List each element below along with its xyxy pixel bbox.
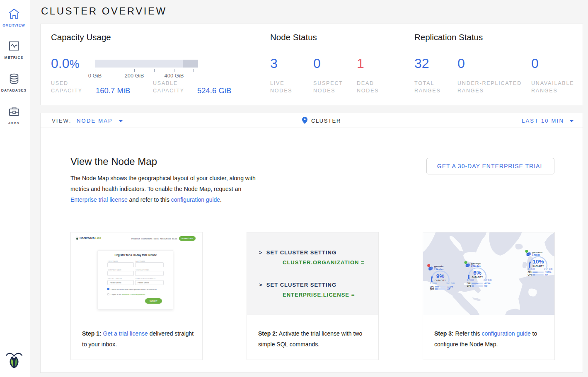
svg-text:3.7 GiB: 3.7 GiB [467,279,474,282]
svg-text:10%: 10% [532,259,544,265]
svg-text:0.4: 0.4 [545,273,548,276]
svg-text:0.0: 0.0 [484,285,487,287]
svg-text:QPS: QPS [528,273,532,276]
svg-text:geo=nyc: geo=nyc [471,262,481,265]
svg-text:45.7 GiB: 45.7 GiB [483,279,491,282]
svg-text:2 Nodes: 2 Nodes [471,265,481,267]
svg-text:CAPACITY: CAPACITY [532,265,544,267]
svg-text:6%: 6% [473,270,482,276]
svg-text:34.4 GiB: 34.4 GiB [544,268,552,271]
svg-text:9%: 9% [436,273,445,279]
svg-text:3.2 GiB: 3.2 GiB [430,282,437,285]
svg-text:CAPACITY: CAPACITY [435,280,446,282]
svg-text:2 Nodes: 2 Nodes [434,268,444,271]
svg-text:geo=ams: geo=ams [532,251,542,254]
svg-text:3.6 GiB: 3.6 GiB [528,268,535,271]
svg-text:geo=sfo: geo=sfo [434,265,444,268]
svg-text:QPS: QPS [467,285,472,287]
svg-text:1 Node: 1 Node [532,254,540,256]
svg-text:35.1 GiB: 35.1 GiB [446,282,455,285]
svg-text:CAPACITY: CAPACITY [472,276,483,278]
svg-text:4.7: 4.7 [448,288,450,290]
svg-text:QPS: QPS [430,288,434,290]
